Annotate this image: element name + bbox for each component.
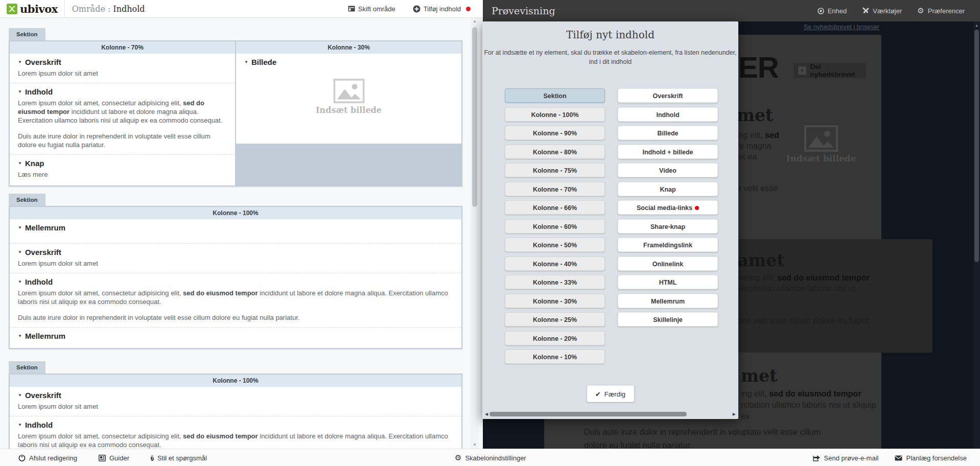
element-title[interactable]: ▼Mellemrum: [18, 223, 453, 232]
template-button-kolonne-70[interactable]: Kolonne - 70%: [505, 182, 605, 196]
editor-element-overskrift[interactable]: ▼OverskriftLorem ipsum dolor sit amet: [10, 54, 235, 83]
switch-area-button[interactable]: Skift område: [348, 5, 395, 13]
modal-scrollbar-thumb[interactable]: [489, 412, 687, 416]
template-button-kolonne-75[interactable]: Kolonne - 75%: [505, 163, 605, 177]
element-title[interactable]: ▼Indhold: [18, 87, 227, 96]
app-root: ubivox Område : Indhold Skift område Til…: [0, 0, 980, 466]
scroll-down-arrow-icon[interactable]: ▼: [471, 441, 479, 449]
collapse-triangle-icon[interactable]: ▼: [18, 279, 22, 284]
template-button-indhold[interactable]: Indhold: [618, 107, 718, 122]
element-text: Lorem ipsum dolor sit amet: [18, 69, 227, 78]
preview-menu-enhed[interactable]: Enhed: [818, 7, 847, 15]
template-button-sektion[interactable]: Sektion: [505, 88, 605, 103]
template-button-kolonne-33[interactable]: Kolonne - 33%: [505, 275, 605, 289]
footer-guider[interactable]: Guider: [99, 454, 129, 462]
editor-scrollbar[interactable]: ▲ ▼: [471, 18, 479, 449]
collapse-triangle-icon[interactable]: ▼: [18, 161, 22, 166]
column-header[interactable]: Kolonne - 100%: [10, 207, 461, 219]
add-content-button[interactable]: Tilføj indhold: [413, 5, 471, 13]
template-button-mellemrum[interactable]: Mellemrum: [618, 294, 718, 308]
editor-canvas[interactable]: SektionKolonne - 70%▼OverskriftLorem ips…: [0, 18, 471, 449]
footer-send-prøve-e-mail[interactable]: Send prøve-e-mail: [813, 454, 879, 462]
editor-element-billede[interactable]: ▼BilledeIndsæt billede: [236, 54, 461, 120]
collapse-triangle-icon[interactable]: ▼: [18, 393, 22, 398]
column-header[interactable]: Kolonne - 30%: [236, 41, 461, 54]
footer-stil-et-spørgsmål[interactable]: ?Stil et spørgsmål: [151, 454, 207, 462]
element-title[interactable]: ▼Indhold: [18, 277, 453, 286]
view-in-browser-link[interactable]: Se nyhedsbrevet i browser: [804, 24, 879, 31]
column-header[interactable]: Kolonne - 100%: [10, 375, 461, 387]
template-button-html[interactable]: HTML: [618, 275, 718, 289]
preview-menu-værktøjer[interactable]: Værktøjer: [862, 7, 902, 15]
section-tab[interactable]: Sektion: [9, 361, 45, 374]
element-title[interactable]: ▼Billede: [244, 58, 453, 66]
share-newsletter-button[interactable]: + Del nyhedsbrevet: [794, 63, 866, 78]
element-title[interactable]: ▼Mellemrum: [18, 332, 453, 340]
editor-scrollbar-thumb[interactable]: [472, 27, 477, 207]
collapse-triangle-icon[interactable]: ▼: [244, 60, 248, 64]
section-tab[interactable]: Sektion: [9, 194, 45, 206]
element-title-label: Mellemrum: [25, 332, 65, 340]
section-tab[interactable]: Sektion: [9, 28, 45, 40]
template-button-knap[interactable]: Knap: [618, 182, 718, 196]
element-title[interactable]: ▼Indhold: [18, 421, 453, 429]
footer-afslut-redigering[interactable]: Afslut redigering: [18, 454, 77, 462]
element-text: Lorem ipsum dolor sit amet: [18, 402, 453, 411]
editor-element-indhold[interactable]: ▼IndholdLorem ipsum dolor sit amet, cons…: [10, 83, 235, 154]
collapse-triangle-icon[interactable]: ▼: [18, 423, 22, 427]
template-button-label: Billede: [658, 130, 679, 137]
template-button-kolonne-60[interactable]: Kolonne - 60%: [505, 219, 605, 234]
preview-scrollbar-thumb[interactable]: [974, 30, 979, 262]
template-button-onlinelink[interactable]: Onlinelink: [618, 257, 718, 271]
editor-element-mellemrum[interactable]: ▼Mellemrum: [10, 327, 461, 348]
image-placeholder[interactable]: Indsæt billede: [244, 79, 453, 115]
element-title[interactable]: ▼Overskrift: [18, 58, 227, 66]
template-button-kolonne-40[interactable]: Kolonne - 40%: [505, 257, 605, 271]
editor-section: SektionKolonne - 100%▼OverskriftLorem ip…: [9, 361, 462, 449]
collapse-triangle-icon[interactable]: ▼: [18, 334, 22, 338]
ubivox-logo[interactable]: ubivox: [0, 0, 64, 18]
template-button-kolonne-20[interactable]: Kolonne - 20%: [505, 331, 605, 345]
collapse-triangle-icon[interactable]: ▼: [18, 60, 22, 64]
template-button-billede[interactable]: Billede: [618, 126, 718, 140]
preview-scrollbar[interactable]: ▲: [973, 21, 980, 466]
template-button-kolonne-50[interactable]: Kolonne - 50%: [505, 238, 605, 252]
column-header[interactable]: Kolonne - 70%: [10, 41, 235, 54]
template-button-indhold-billede[interactable]: Indhold + billede: [618, 145, 718, 159]
modal-horizontal-scrollbar[interactable]: ◀ ▶: [482, 411, 738, 418]
editor-element-knap[interactable]: ▼KnapLæs mere: [10, 154, 235, 184]
template-button-kolonne-25[interactable]: Kolonne - 25%: [505, 312, 605, 327]
editor-element-mellemrum[interactable]: ▼Mellemrum: [10, 219, 461, 243]
preview-menu-præferencer[interactable]: ⚙Præferencer: [917, 7, 965, 15]
editor-element-overskrift[interactable]: ▼OverskriftLorem ipsum dolor sit amet: [10, 387, 461, 416]
collapse-triangle-icon[interactable]: ▼: [18, 89, 22, 94]
template-button-overskrift[interactable]: Overskrift: [618, 88, 718, 103]
editor-element-overskrift[interactable]: ▼OverskriftLorem ipsum dolor sit amet: [10, 243, 461, 273]
footer-planlæg-forsendelse[interactable]: Planlæg forsendelse: [895, 454, 967, 462]
template-button-video[interactable]: Video: [618, 163, 718, 177]
scroll-up-arrow-icon[interactable]: ▲: [471, 18, 479, 25]
scroll-right-arrow-icon[interactable]: ▶: [733, 412, 736, 416]
footer-skabelonindstillinger[interactable]: ⚙Skabelonindstillinger: [455, 454, 526, 462]
collapse-triangle-icon[interactable]: ▼: [18, 250, 22, 254]
editor-element-indhold[interactable]: ▼IndholdLorem ipsum dolor sit amet, cons…: [10, 273, 461, 327]
template-button-kolonne-100[interactable]: Kolonne - 100%: [505, 107, 605, 122]
element-title[interactable]: ▼Knap: [18, 159, 227, 168]
element-title[interactable]: ▼Overskrift: [18, 391, 453, 400]
template-button-skillelinje[interactable]: Skillelinje: [618, 312, 718, 327]
template-button-share-knap[interactable]: Share-knap: [618, 219, 718, 234]
element-title-label: Mellemrum: [25, 223, 65, 232]
collapse-triangle-icon[interactable]: ▼: [18, 225, 22, 230]
scroll-left-arrow-icon[interactable]: ◀: [485, 412, 488, 416]
template-button-frameldingslink[interactable]: Frameldingslink: [618, 238, 718, 252]
template-button-social-media-links[interactable]: Social media-links: [618, 200, 718, 215]
template-button-kolonne-30[interactable]: Kolonne - 30%: [505, 294, 605, 308]
scroll-up-arrow-icon[interactable]: ▲: [973, 24, 980, 27]
done-button[interactable]: ✔Færdig: [587, 385, 634, 402]
template-button-kolonne-66[interactable]: Kolonne - 66%: [505, 200, 605, 215]
template-button-kolonne-10[interactable]: Kolonne - 10%: [505, 350, 605, 364]
template-button-kolonne-90[interactable]: Kolonne - 90%: [505, 126, 605, 140]
element-title[interactable]: ▼Overskrift: [18, 248, 453, 257]
editor-element-indhold[interactable]: ▼IndholdLorem ipsum dolor sit amet, cons…: [10, 416, 461, 449]
template-button-kolonne-80[interactable]: Kolonne - 80%: [505, 145, 605, 159]
